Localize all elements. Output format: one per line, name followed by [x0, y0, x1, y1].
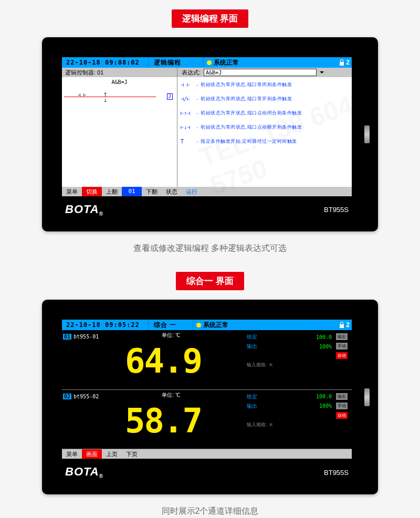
menu-button[interactable]: 菜单 [62, 449, 82, 459]
status-indicator: 系统正常 [204, 57, 337, 68]
ladder-panel: A&B=J ⊣ ⊢ T⊥ J [62, 77, 177, 187]
channel-id: 02 [63, 394, 71, 399]
set-label: 给定 [245, 332, 282, 342]
legend-row: ⊢↓⊣-初始状态为常闭状态,端口点动断开则条件触发 [181, 124, 349, 131]
device-side-slot [364, 388, 370, 406]
legend-icon: ⊢↓⊣ [181, 124, 194, 130]
section2-badge: 综合一 界面 [176, 272, 244, 290]
output-button[interactable]: 输出 [336, 333, 348, 340]
legend-icon: ⊢↑⊣ [181, 110, 194, 116]
legend-icon: T [181, 139, 194, 144]
controller-label: 逻辑控制器: 01 [62, 68, 177, 77]
status-dot-icon [207, 60, 212, 65]
bottom-bar-1: 菜单 切换 上翻 01 下翻 状态 运行 [62, 187, 352, 196]
device-frame-1: 22-10-18 09:08:02 逻辑编程 系统正常 2 逻辑控制器: 01 … [42, 37, 378, 231]
bottom-bar-2: 菜单 画面 上页 下页 [62, 449, 352, 459]
model-label: BT955S [324, 206, 349, 214]
next-button[interactable]: 下页 [122, 449, 142, 459]
prev-button[interactable]: 上页 [102, 449, 122, 459]
channel-1: 01bt955-01 单位: ℃ 64.9 给定100.0输出 输出100%手动… [62, 330, 352, 390]
state-button[interactable]: 状态 [162, 187, 182, 196]
legend-icon: ⊣/⊢ [181, 96, 194, 102]
model-label: BT955S [324, 469, 349, 477]
screen-title: 逻辑编程 [149, 57, 204, 68]
menu-button[interactable]: 菜单 [62, 187, 82, 196]
lock-icon: 2 [337, 320, 352, 330]
set-label: 给定 [245, 392, 282, 401]
header-bar-2: 22-10-18 09:05:22 综合 一 系统正常 2 [62, 320, 352, 330]
brand-logo: BOTA® [65, 203, 103, 217]
switch-button[interactable]: 切换 [82, 187, 102, 196]
status-indicator: 系统正常 [193, 320, 337, 330]
status-text: 系统正常 [203, 320, 228, 330]
screen-title: 综合 一 [149, 320, 193, 330]
expr-input[interactable] [204, 69, 317, 76]
device-side-slot [364, 125, 370, 143]
output-button[interactable]: 输出 [336, 393, 348, 400]
subheader-1: 逻辑控制器: 01 表达式: [62, 68, 352, 77]
status-text: 系统正常 [214, 57, 239, 68]
dropdown-icon[interactable] [320, 71, 324, 76]
caption-1: 查看或修改逻辑编程 多种逻辑表达式可选 [0, 243, 420, 254]
down-button[interactable]: 下翻 [142, 187, 162, 196]
manual-button[interactable]: 手动 [336, 403, 348, 409]
screen-1: 22-10-18 09:08:02 逻辑编程 系统正常 2 逻辑控制器: 01 … [62, 57, 352, 196]
out-label: 输出 [245, 401, 282, 411]
out-value: 100% [282, 342, 334, 351]
datetime: 22-10-18 09:05:22 [62, 320, 149, 330]
up-button[interactable]: 上翻 [102, 187, 122, 196]
screen-button[interactable]: 画面 [82, 449, 102, 459]
caption-2: 同时展示2个通道详细信息 [0, 506, 420, 517]
screen-2: 22-10-18 09:05:22 综合 一 系统正常 2 01bt955-01… [62, 320, 352, 459]
expr-label: 表达式: [182, 68, 201, 77]
set-value: 100.0 [282, 332, 334, 342]
channel-value: 58.7 [125, 401, 202, 440]
page-num[interactable]: 01 [122, 187, 142, 196]
channel-name: bt955-01 [74, 334, 99, 340]
channel-value: 64.9 [125, 342, 202, 380]
status-dot-icon [196, 323, 201, 327]
header-bar-1: 22-10-18 09:08:02 逻辑编程 系统正常 2 [62, 57, 352, 68]
legend-row: ⊣ ⊢-初始状态为常开状态,端口常闭则条件触发 [181, 81, 349, 88]
legend-row: ⊣/⊢-初始状态为常闭状态,端口常开则条件触发 [181, 96, 349, 102]
lock-icon: 2 [337, 57, 352, 68]
manual-button[interactable]: 手动 [336, 343, 348, 350]
legend-row: ⊢↑⊣-初始状态为常开状态,端口点动闭合则条件触发 [181, 110, 349, 117]
auto-button[interactable]: 自动 [336, 352, 348, 359]
ladder-output: J [167, 93, 173, 100]
set-value: 100.0 [282, 392, 334, 401]
channel-name: bt955-02 [74, 394, 99, 399]
datetime: 22-10-18 09:08:02 [62, 57, 149, 68]
channel-2: 02bt955-02 单位: ℃ 58.7 给定100.0输出 输出100%手动… [62, 390, 352, 450]
legend-row: T-指定条件触发开始,定时器经过一定时间触发 [181, 138, 349, 145]
legend-icon: ⊣ ⊢ [181, 82, 194, 88]
section1-badge: 逻辑编程 界面 [172, 9, 249, 28]
run-button[interactable]: 运行 [182, 187, 202, 196]
ladder-formula: A&B=J [62, 77, 177, 87]
channel-id: 01 [63, 334, 71, 340]
out-value: 100% [282, 401, 334, 411]
brand-logo: BOTA® [65, 465, 103, 479]
ladder-diagram: ⊣ ⊢ T⊥ J [62, 90, 177, 104]
auto-button[interactable]: 自动 [336, 412, 348, 419]
out-label: 输出 [245, 342, 282, 351]
legend-panel: ⊣ ⊢-初始状态为常开状态,端口常闭则条件触发 ⊣/⊢-初始状态为常闭状态,端口… [177, 77, 352, 187]
device-frame-2: 22-10-18 09:05:22 综合 一 系统正常 2 01bt955-01… [42, 300, 378, 494]
